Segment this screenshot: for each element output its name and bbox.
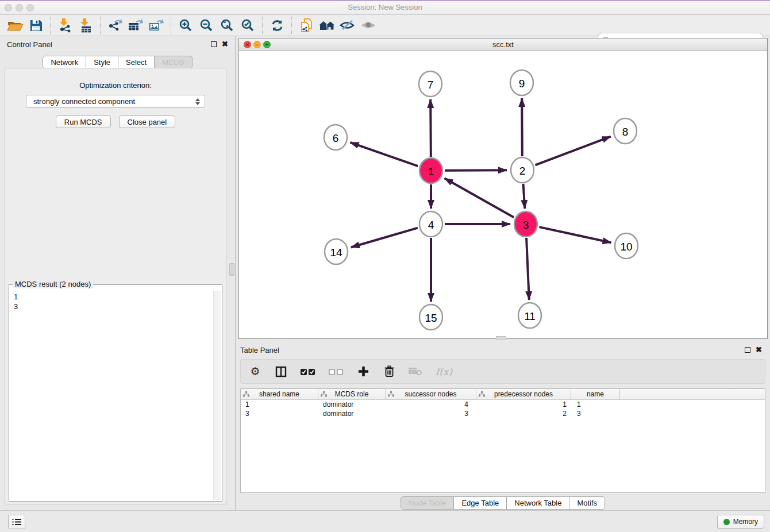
network-canvas[interactable]: 7968124314101511 — [239, 51, 767, 338]
deselect-all-checkboxes-icon[interactable] — [329, 368, 344, 375]
column-header-label: name — [587, 390, 604, 398]
table-cell[interactable]: dominator — [318, 410, 386, 418]
import-table-icon[interactable] — [75, 16, 96, 34]
tab-node-table[interactable]: Node Table — [401, 496, 455, 510]
zoom-out-icon[interactable] — [196, 16, 217, 34]
toolbar-separator — [171, 17, 171, 34]
panel-splitter-grip[interactable] — [229, 263, 234, 276]
graph-node-label: 1 — [428, 165, 434, 178]
table-row[interactable]: 1dominator411 — [241, 400, 765, 409]
control-panel-tabs: NetworkStyleSelectMCDS — [0, 56, 235, 69]
table-cell[interactable]: 3 — [241, 410, 318, 418]
export-table-icon[interactable] — [125, 16, 146, 34]
toolbar-separator — [100, 17, 101, 34]
graph-edge-3-10[interactable] — [539, 227, 611, 242]
result-scrollbar[interactable] — [213, 291, 221, 500]
tab-select[interactable]: Select — [118, 56, 155, 69]
optimization-criterion-dropdown[interactable]: strongly connected component — [26, 95, 205, 108]
graph-edge-1-6[interactable] — [350, 142, 418, 166]
graph-svg[interactable]: 7968124314101511 — [239, 51, 767, 338]
toolbar-separator — [262, 17, 263, 34]
column-header-name[interactable]: name — [571, 389, 620, 399]
run-mcds-button[interactable]: Run MCDS — [56, 115, 111, 128]
table-header-row: shared nameMCDS rolesuccessor nodesprede… — [241, 389, 765, 400]
show-eye-icon[interactable] — [358, 16, 379, 34]
mcds-result-group: MCDS result (2 nodes) 13 — [9, 284, 222, 502]
zoom-fit-icon[interactable] — [217, 16, 237, 34]
home-view-icon[interactable] — [317, 16, 337, 34]
mcds-panel: Optimization criterion: strongly connect… — [5, 68, 226, 504]
close-panel-icon[interactable]: ✖ — [222, 41, 228, 47]
table-cell[interactable]: 3 — [386, 410, 476, 418]
table-row[interactable]: 3dominator323 — [241, 409, 765, 418]
save-session-icon[interactable] — [25, 16, 46, 34]
tab-network-table[interactable]: Network Table — [507, 496, 569, 510]
open-session-icon[interactable] — [5, 16, 25, 34]
task-history-button[interactable] — [8, 515, 25, 529]
export-network-icon[interactable] — [105, 16, 125, 34]
graph-edge-2-3[interactable] — [523, 184, 525, 209]
graph-edge-2-9[interactable] — [522, 98, 522, 156]
column-header-successor-nodes[interactable]: successor nodes — [386, 389, 476, 399]
duplicate-network-view-icon[interactable] — [296, 16, 317, 34]
tab-edge-table[interactable]: Edge Table — [454, 496, 507, 510]
window-title: Session: New Session — [0, 3, 770, 11]
table-cell[interactable]: 3 — [571, 410, 620, 418]
hide-selected-eye-icon[interactable] — [337, 16, 358, 34]
graph-node-label: 10 — [620, 241, 632, 253]
graph-edge-3-11[interactable] — [526, 238, 529, 300]
table-cell[interactable]: 2 — [476, 410, 571, 418]
memory-label: Memory — [733, 518, 758, 526]
graph-node-label: 2 — [519, 165, 526, 177]
settings-gear-icon[interactable]: ⚙ — [249, 366, 261, 377]
tab-motifs[interactable]: Motifs — [569, 496, 605, 510]
graph-node-label: 8 — [622, 126, 629, 138]
column-header-shared-name[interactable]: shared name — [241, 389, 318, 399]
graph-edge-2-8[interactable] — [535, 137, 610, 165]
zoom-selected-icon[interactable] — [237, 16, 258, 34]
mcds-result-list[interactable]: 13 — [10, 291, 213, 500]
table-panel-tabs: Node TableEdge TableNetwork TableMotifs — [236, 496, 770, 510]
split-columns-icon[interactable] — [275, 366, 287, 377]
refresh-icon[interactable] — [267, 16, 287, 34]
import-network-icon[interactable] — [55, 16, 75, 34]
mcds-result-line: 1 — [14, 292, 209, 302]
close-panel-button[interactable]: Close panel — [119, 115, 176, 128]
window-resize-grip[interactable] — [496, 336, 506, 340]
add-column-icon[interactable] — [357, 366, 369, 377]
dropdown-selected-value: strongly connected component — [33, 97, 135, 106]
table-cell[interactable]: 4 — [386, 400, 476, 408]
graph-edge-1-7[interactable] — [430, 99, 431, 157]
graph-edge-3-1[interactable] — [445, 178, 514, 217]
float-table-panel-icon[interactable] — [745, 347, 750, 353]
tab-mcds[interactable]: MCDS — [155, 56, 192, 69]
delete-trash-icon[interactable] — [383, 365, 395, 377]
control-panel-title: Control Panel — [7, 40, 52, 49]
table-cell[interactable]: 1 — [476, 400, 571, 408]
application-window: Session: New Session — [0, 0, 770, 532]
graph-edge-4-14[interactable] — [351, 228, 418, 248]
table-cell[interactable]: dominator — [318, 400, 386, 408]
graph-edge-1-2[interactable] — [445, 170, 507, 171]
table-cell[interactable]: 1 — [571, 400, 620, 408]
function-builder-icon: f(x) — [436, 366, 452, 377]
mcds-result-title: MCDS result (2 nodes) — [13, 280, 93, 288]
memory-button[interactable]: Memory — [717, 515, 764, 529]
network-view-window: ✕ − + scc.txt 7968124314101511 — [238, 38, 768, 339]
export-image-icon[interactable] — [146, 16, 167, 34]
graph-node-label: 3 — [523, 219, 529, 231]
network-window-titlebar[interactable]: ✕ − + scc.txt — [239, 38, 767, 51]
table-cell[interactable]: 1 — [241, 400, 318, 408]
memory-status-icon — [723, 519, 730, 525]
node-table[interactable]: shared nameMCDS rolesuccessor nodesprede… — [240, 388, 765, 493]
column-header-MCDS-role[interactable]: MCDS role — [318, 389, 386, 399]
tab-style[interactable]: Style — [86, 56, 118, 69]
zoom-in-icon[interactable] — [175, 16, 196, 34]
float-panel-icon[interactable] — [211, 41, 217, 47]
column-header-predecessor-nodes[interactable]: predecessor nodes — [476, 389, 571, 399]
top-accent-line — [0, 0, 770, 1]
graph-node-label: 4 — [428, 219, 434, 231]
select-all-checkboxes-icon[interactable] — [301, 368, 315, 375]
tab-network[interactable]: Network — [43, 56, 86, 69]
close-table-panel-icon[interactable]: ✖ — [756, 347, 762, 353]
